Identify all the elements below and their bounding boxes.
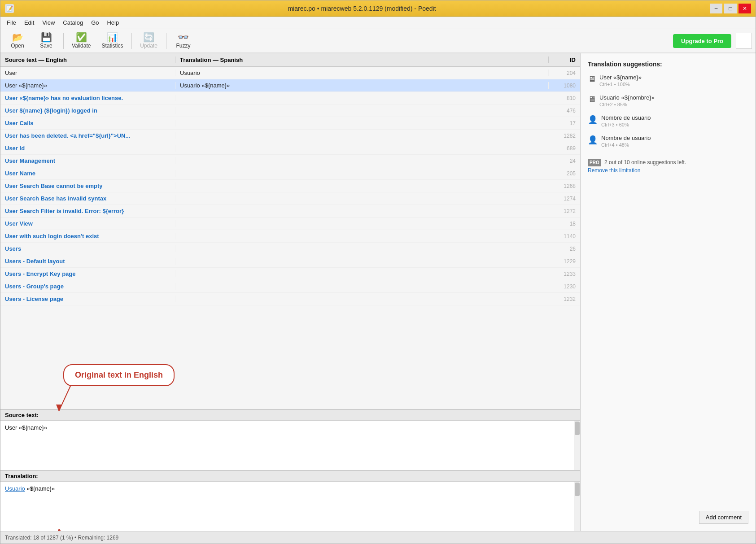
suggestion-item-3[interactable]: 👤 Nombre de usuario Ctrl+3 • 60% — [588, 114, 748, 127]
suggestion-main-4[interactable]: Nombre de usuario — [601, 135, 651, 141]
table-row[interactable]: User with such login doesn't exist 1140 — [0, 230, 580, 243]
id-cell: 18 — [549, 221, 580, 227]
folder-open-icon: 📂 — [12, 33, 23, 42]
suggestion-icon-2: 🖥 — [588, 95, 596, 104]
suggestion-main-3[interactable]: Nombre de usuario — [601, 114, 651, 121]
table-row[interactable]: User Search Filter is invalid. Error: ${… — [0, 205, 580, 218]
table-row[interactable]: Users - Encrypt Key page 1233 — [0, 268, 580, 280]
translation-section: Translation: Usuario «${name}» — [0, 470, 580, 531]
source-cell: Users — [0, 245, 175, 252]
id-cell: 689 — [549, 145, 580, 152]
update-icon: 🔄 — [143, 33, 154, 42]
table-row[interactable]: User Usuario 204 — [0, 67, 580, 79]
suggestion-icon-4: 👤 — [588, 135, 598, 145]
validate-button[interactable]: ✅ Validate — [67, 30, 95, 51]
table-row[interactable]: User Name 205 — [0, 167, 580, 180]
suggestion-sub-2: Ctrl+2 • 85% — [599, 102, 655, 107]
suggestion-main-1[interactable]: User «${name}» — [599, 74, 642, 81]
id-cell: 1233 — [549, 271, 580, 277]
suggestion-icon-1: 🖥 — [588, 74, 596, 84]
main-window: 📝 miarec.po • miarecweb 5.2.0.1129 (modi… — [0, 0, 756, 544]
source-cell: Users - Encrypt Key page — [0, 270, 175, 277]
table-header: Source text — English Translation — Span… — [0, 53, 580, 67]
toolbar-separator-3 — [166, 33, 166, 49]
save-button[interactable]: 💾 Save — [33, 30, 60, 51]
id-cell: 1282 — [549, 133, 580, 139]
id-cell: 1229 — [549, 258, 580, 265]
source-scroll-thumb[interactable] — [575, 422, 580, 435]
table-row[interactable]: User Id 689 — [0, 142, 580, 155]
menu-help[interactable]: Help — [103, 18, 122, 27]
id-cell: 24 — [549, 158, 580, 164]
window-title: miarec.po • miarecweb 5.2.0.1129 (modifi… — [14, 5, 710, 12]
column-source-header: Source text — English — [0, 57, 175, 63]
table-row[interactable]: User Search Base cannot be empty 1268 — [0, 180, 580, 192]
table-row[interactable]: User View 18 — [0, 218, 580, 230]
table-row[interactable]: User Search Base has invalid syntax 1274 — [0, 192, 580, 205]
table-row[interactable]: User «${name}» has no evaluation license… — [0, 92, 580, 104]
minimize-button[interactable]: – — [710, 4, 722, 13]
open-button[interactable]: 📂 Open — [4, 30, 31, 51]
source-cell: User «${name}» — [0, 82, 175, 89]
suggestion-item-4[interactable]: 👤 Nombre de usuario Ctrl+4 • 48% — [588, 135, 748, 148]
source-cell: User Search Base cannot be empty — [0, 183, 175, 189]
statusbar: Translated: 18 of 1287 (1 %) • Remaining… — [0, 531, 756, 544]
translation-rest: «${name}» — [25, 485, 55, 492]
maximize-button[interactable]: □ — [724, 4, 737, 13]
suggestion-text-block-1: User «${name}» Ctrl+1 • 100% — [599, 74, 642, 87]
toolbar: 📂 Open 💾 Save ✅ Validate 📊 Statistics 🔄 … — [0, 29, 756, 53]
update-button[interactable]: 🔄 Update — [135, 30, 162, 51]
status-text: Translated: 18 of 1287 (1 %) • Remaining… — [5, 535, 118, 541]
theme-toggle-button[interactable] — [736, 33, 752, 49]
menu-go[interactable]: Go — [87, 18, 102, 27]
source-text-content[interactable]: User «${name}» — [0, 421, 580, 470]
app-icon: 📝 — [5, 4, 14, 13]
source-cell: Users - License page — [0, 296, 175, 302]
id-cell: 204 — [549, 70, 580, 76]
table-row[interactable]: Users 26 — [0, 243, 580, 255]
suggestion-sub-1: Ctrl+1 • 100% — [599, 82, 642, 87]
source-cell: Users - Default layout — [0, 258, 175, 265]
menu-view[interactable]: View — [39, 18, 58, 27]
table-row[interactable]: User Management 24 — [0, 155, 580, 167]
suggestion-main-2[interactable]: Usuario «${nombre}» — [599, 94, 655, 101]
suggestion-item-2[interactable]: 🖥 Usuario «${nombre}» Ctrl+2 • 85% — [588, 94, 748, 107]
table-row[interactable]: Users - Default layout 1229 — [0, 255, 580, 268]
column-id-header: ID — [549, 57, 580, 63]
table-row[interactable]: User «${name}» Usuario «${name}» 1080 — [0, 79, 580, 92]
suggestion-sub-3: Ctrl+3 • 60% — [601, 122, 651, 127]
id-cell: 17 — [549, 120, 580, 126]
right-panel: Translation suggestions: 🖥 User «${name}… — [581, 53, 756, 531]
close-button[interactable]: ✕ — [739, 4, 751, 13]
source-cell: User View — [0, 220, 175, 227]
bottom-panels-wrapper: Source text: User «${name}» Translation:… — [0, 409, 580, 531]
toolbar-separator-2 — [131, 33, 132, 49]
table-row[interactable]: Users - Group's page 1230 — [0, 280, 580, 293]
fuzzy-button[interactable]: 👓 Fuzzy — [170, 30, 197, 51]
validate-icon: ✅ — [76, 33, 87, 42]
source-cell: User Name — [0, 170, 175, 177]
menu-edit[interactable]: Edit — [21, 18, 38, 27]
statistics-button[interactable]: 📊 Statistics — [97, 30, 127, 51]
menu-catalog[interactable]: Catalog — [59, 18, 87, 27]
window-controls: – □ ✕ — [710, 4, 751, 13]
table-row[interactable]: Users - License page 1232 — [0, 293, 580, 305]
suggestion-item-1[interactable]: 🖥 User «${name}» Ctrl+1 • 100% — [588, 74, 748, 87]
id-cell: 1140 — [549, 233, 580, 239]
translation-link-part[interactable]: Usuario — [5, 485, 25, 492]
menu-file[interactable]: File — [3, 18, 20, 27]
add-comment-button[interactable]: Add comment — [699, 511, 748, 524]
table-row[interactable]: User Calls 17 — [0, 117, 580, 130]
upgrade-to-pro-button[interactable]: Upgrade to Pro — [673, 34, 731, 48]
translation-content[interactable]: Usuario «${name}» — [0, 482, 580, 531]
id-cell: 476 — [549, 108, 580, 114]
translation-cell: Usuario — [175, 70, 549, 76]
remove-limitation-link[interactable]: Remove this limitation — [588, 167, 640, 174]
table-row[interactable]: User has been deleted. <a href="${url}">… — [0, 130, 580, 142]
source-cell: User Search Filter is invalid. Error: ${… — [0, 208, 175, 214]
table-row[interactable]: User ${name} (${login}) logged in 476 — [0, 104, 580, 117]
source-cell: User «${name}» has no evaluation license… — [0, 95, 175, 101]
translation-scroll-thumb[interactable] — [575, 483, 580, 496]
source-scroll-indicator — [574, 421, 580, 470]
suggestion-icon-3: 👤 — [588, 115, 598, 125]
